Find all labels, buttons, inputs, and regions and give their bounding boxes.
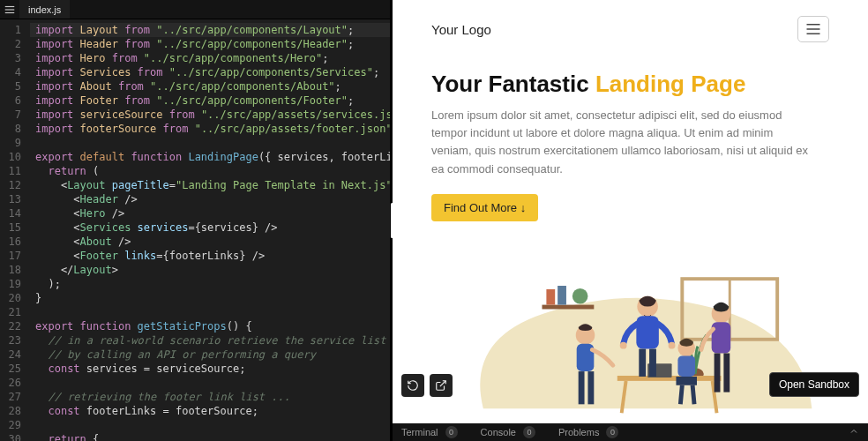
- chevron-up-icon[interactable]: [849, 426, 859, 438]
- svg-point-23: [620, 341, 627, 348]
- brand-text: Your Logo: [431, 22, 491, 37]
- bottom-tab-label: Console: [481, 427, 516, 437]
- bottom-tab-problems[interactable]: Problems0: [558, 426, 618, 438]
- svg-rect-33: [676, 377, 697, 385]
- hero-body: Lorem ipsum dolor sit amet, consectetur …: [431, 107, 811, 178]
- hero-heading: Your Fantastic Landing Page: [431, 71, 829, 98]
- badge: 0: [606, 426, 618, 438]
- preview-actions: [401, 374, 453, 397]
- preview-panel: Your Logo Your Fantastic Landing Page Lo…: [393, 0, 868, 441]
- file-tab[interactable]: index.js: [19, 0, 70, 19]
- svg-rect-19: [579, 371, 585, 404]
- code-area[interactable]: 1234567891011121314151617181920212223242…: [0, 19, 390, 441]
- cta-button[interactable]: Find Out More ↓: [431, 194, 538, 221]
- hero-heading-main: Your Fantastic: [431, 71, 595, 97]
- open-sandbox-button[interactable]: Open Sandbox: [769, 372, 859, 397]
- editor-panel: index.js 1234567891011121314151617181920…: [0, 0, 390, 441]
- preview-content: Your Logo Your Fantastic Landing Page Lo…: [393, 0, 868, 423]
- bottom-tab-terminal[interactable]: Terminal0: [401, 426, 458, 438]
- svg-rect-6: [542, 304, 594, 309]
- nav-toggle-button[interactable]: [797, 16, 829, 42]
- bottom-tab-console[interactable]: Console0: [481, 426, 535, 438]
- svg-rect-7: [546, 289, 555, 305]
- svg-rect-32: [677, 355, 695, 377]
- svg-rect-29: [715, 353, 721, 392]
- code-lines[interactable]: import Layout from "../src/app/component…: [30, 19, 390, 441]
- svg-point-9: [572, 288, 588, 304]
- svg-point-24: [669, 341, 676, 348]
- hamburger-icon[interactable]: [0, 0, 19, 19]
- svg-rect-20: [587, 371, 594, 404]
- svg-rect-8: [557, 286, 566, 305]
- bottom-tab-label: Problems: [558, 427, 599, 437]
- svg-rect-26: [649, 348, 656, 376]
- svg-rect-25: [639, 348, 646, 376]
- svg-line-36: [440, 381, 445, 386]
- tab-bar: index.js: [0, 0, 390, 19]
- hero-section: Your Fantastic Landing Page Lorem ipsum …: [431, 71, 829, 221]
- svg-line-35: [692, 385, 694, 405]
- svg-rect-28: [712, 322, 731, 353]
- refresh-button[interactable]: [401, 374, 424, 397]
- preview-nav: Your Logo: [431, 11, 829, 56]
- svg-rect-30: [723, 353, 730, 392]
- line-gutter: 1234567891011121314151617181920212223242…: [0, 19, 30, 441]
- badge: 0: [445, 426, 458, 438]
- open-external-button[interactable]: [430, 374, 453, 397]
- svg-rect-22: [636, 316, 658, 348]
- bottom-tab-label: Terminal: [401, 427, 438, 437]
- hero-heading-accent: Landing Page: [595, 71, 745, 97]
- svg-line-34: [680, 385, 682, 405]
- bottom-panel: Terminal0 Console0 Problems0: [393, 423, 868, 441]
- badge: 0: [523, 426, 535, 438]
